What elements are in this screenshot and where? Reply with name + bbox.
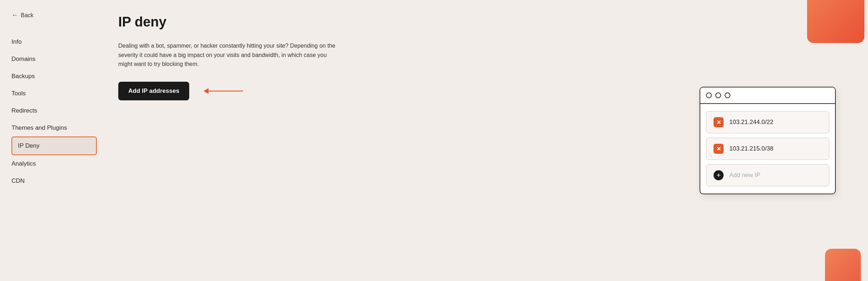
- browser-window: ✕ 103.21.244.0/22 ✕ 103.21.215.0/38 + Ad…: [700, 87, 836, 194]
- browser-dot-1: [706, 92, 712, 98]
- add-new-icon: +: [714, 170, 724, 180]
- svg-marker-1: [204, 88, 209, 94]
- sidebar-item-analytics[interactable]: Analytics: [11, 155, 97, 172]
- browser-dot-2: [715, 92, 721, 98]
- ip-row-2: ✕ 103.21.215.0/38: [706, 138, 829, 160]
- add-ip-button[interactable]: Add IP addresses: [118, 82, 189, 100]
- sidebar-item-themes-plugins[interactable]: Themes and Plugins: [11, 119, 97, 137]
- add-new-placeholder: Add new IP: [729, 172, 760, 179]
- ip-value-2: 103.21.215.0/38: [729, 145, 773, 152]
- sidebar-item-info[interactable]: Info: [11, 33, 97, 51]
- sidebar-item-cdn[interactable]: CDN: [11, 172, 97, 190]
- page-title: IP deny: [118, 14, 660, 30]
- sidebar-item-backups[interactable]: Backups: [11, 68, 97, 85]
- sidebar-item-domains[interactable]: Domains: [11, 51, 97, 68]
- browser-body: ✕ 103.21.244.0/22 ✕ 103.21.215.0/38 + Ad…: [700, 104, 835, 194]
- sidebar-item-tools[interactable]: Tools: [11, 85, 97, 102]
- back-label: Back: [21, 12, 34, 19]
- ip-value-1: 103.21.244.0/22: [729, 119, 773, 126]
- main-content: IP deny Dealing with a bot, spammer, or …: [97, 0, 682, 281]
- sidebar-item-redirects[interactable]: Redirects: [11, 102, 97, 119]
- arrow-indicator: [204, 86, 247, 96]
- arrow-icon: [204, 86, 247, 96]
- sidebar: ← Back Info Domains Backups Tools Redire…: [0, 0, 97, 281]
- ip-row-1: ✕ 103.21.244.0/22: [706, 111, 829, 133]
- sidebar-nav: Info Domains Backups Tools Redirects The…: [11, 33, 97, 190]
- orange-blob-bottom: [825, 249, 861, 281]
- orange-blob-top: [807, 0, 864, 43]
- add-button-row: Add IP addresses: [118, 82, 660, 100]
- description-text: Dealing with a bot, spammer, or hacker c…: [118, 41, 340, 69]
- back-link[interactable]: ← Back: [11, 11, 97, 19]
- sidebar-item-ip-deny[interactable]: IP Deny: [11, 137, 97, 155]
- browser-topbar: [700, 87, 835, 104]
- add-new-ip-row[interactable]: + Add new IP: [706, 164, 829, 186]
- back-arrow-icon: ←: [11, 11, 18, 19]
- illustration-container: ✕ 103.21.244.0/22 ✕ 103.21.215.0/38 + Ad…: [682, 0, 854, 281]
- remove-ip-icon-2[interactable]: ✕: [714, 144, 724, 154]
- browser-dot-3: [725, 92, 730, 98]
- remove-ip-icon-1[interactable]: ✕: [714, 117, 724, 127]
- content-wrapper: IP deny Dealing with a bot, spammer, or …: [97, 0, 868, 281]
